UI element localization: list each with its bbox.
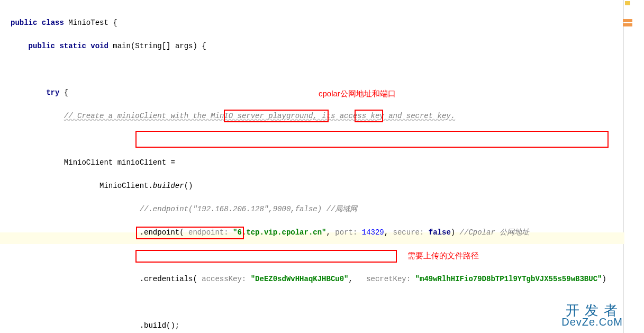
blank-line[interactable] <box>11 64 644 75</box>
annotation-cpolar-label: cpolar公网地址和端口 <box>319 88 396 100</box>
annotation-box-endpoint-port <box>355 110 383 122</box>
gutter-marker[interactable] <box>623 23 632 26</box>
annotation-box-filename <box>135 250 397 263</box>
gutter-marker[interactable] <box>623 19 632 22</box>
watermark-cn: 开发者 <box>561 304 623 316</box>
annotation-box-credentials <box>135 131 609 148</box>
blank-line[interactable] <box>11 296 644 308</box>
comment-line[interactable]: //.endpoint("192.168.206.128",9000,false… <box>11 203 644 215</box>
code-line[interactable]: public static void main(String[] args) { <box>11 40 644 52</box>
code-line[interactable]: MinioClient.builder() <box>11 180 644 192</box>
watermark-brand: 开发者 DevZe.CoM <box>561 304 623 328</box>
code-line[interactable]: .endpoint( endpoint: "6.tcp.vip.cpolar.c… <box>11 227 644 238</box>
annotation-upload-path-label: 需要上传的文件路径 <box>407 250 479 262</box>
code-line[interactable]: .build(); <box>11 320 644 331</box>
code-line[interactable]: .credentials( accessKey: "DeEZ0sdWvHHaqK… <box>11 273 644 285</box>
annotation-box-endpoint-host <box>224 110 329 122</box>
watermark-en: DevZe.CoM <box>561 316 623 328</box>
code-line[interactable]: public class MinioTest { <box>11 17 644 29</box>
code-line[interactable]: MinioClient minioClient = <box>11 157 644 168</box>
gutter-warning-marker[interactable] <box>625 1 630 5</box>
annotation-box-bucket <box>136 227 244 239</box>
code-editor[interactable]: public class MinioTest { public static v… <box>0 0 644 333</box>
